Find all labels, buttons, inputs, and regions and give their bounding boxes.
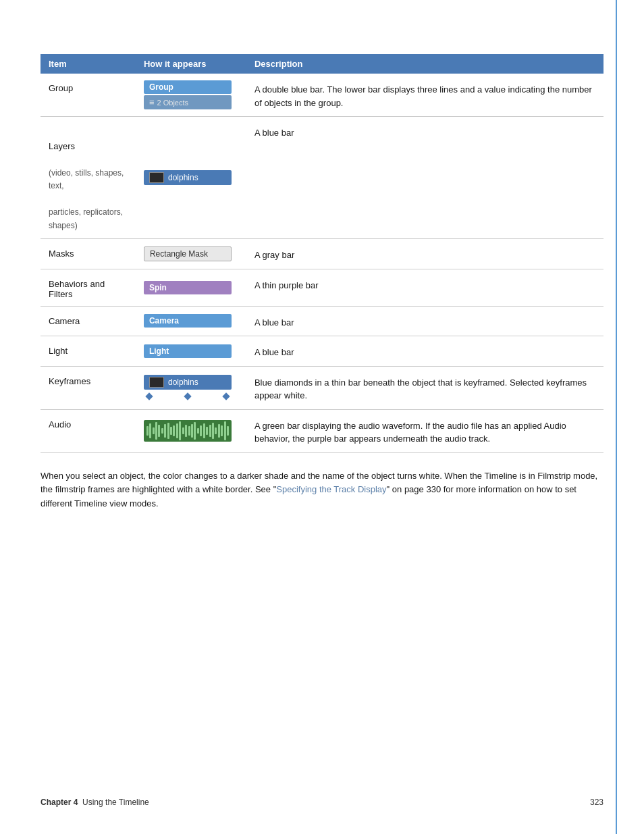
body-paragraph: When you select an object, the color cha… [41, 469, 603, 511]
wave-bar [176, 423, 178, 438]
chapter-label: Chapter 4 [41, 798, 78, 807]
description-cell: A double blue bar. The lower bar display… [246, 74, 603, 117]
mask-bar: Rectangle Mask [144, 246, 232, 261]
layer-thumb [149, 172, 164, 183]
wave-bar [179, 421, 181, 440]
diamond-icon [184, 392, 191, 400]
wave-bar [194, 422, 196, 440]
wave-bar [197, 428, 199, 434]
table-row: Keyframes dolphins Blue di [41, 366, 603, 409]
item-cell: Camera [41, 306, 136, 336]
wave-bar [161, 428, 163, 434]
wave-bar [146, 426, 149, 436]
visual-cell: Rectangle Mask [136, 239, 246, 269]
description-cell: A blue bar [246, 336, 603, 367]
wave-bar [200, 425, 202, 436]
table-row: Layers (video, stills, shapes, text, par… [41, 117, 603, 239]
item-cell: Layers (video, stills, shapes, text, par… [41, 117, 136, 239]
chapter-title: Using the Timeline [82, 798, 149, 807]
table-row: Camera Camera A blue bar [41, 306, 603, 336]
table-row: Audio [41, 409, 603, 452]
visual-cell: dolphins [136, 366, 246, 409]
wave-bar [188, 426, 190, 436]
wave-bar [182, 427, 184, 434]
item-cell: Masks [41, 239, 136, 269]
item-cell: Audio [41, 409, 136, 452]
page-footer: Chapter 4 Using the Timeline 323 [41, 798, 603, 807]
table-row: Light Light A blue bar [41, 336, 603, 367]
item-cell: Group [41, 74, 136, 117]
wave-bar [209, 425, 211, 437]
table-row: Behaviors and Filters Spin A thin purple… [41, 269, 603, 306]
wave-bar [158, 425, 160, 437]
right-border-line [616, 0, 617, 834]
camera-bar: Camera [144, 314, 232, 328]
behavior-bar: Spin [144, 281, 232, 294]
table-row: Masks Rectangle Mask A gray bar [41, 239, 603, 269]
wave-bar [221, 425, 223, 436]
main-table: Item How it appears Description Group Gr… [41, 54, 603, 453]
wave-bar [218, 424, 220, 438]
description-cell: A green bar displaying the audio wavefor… [246, 409, 603, 452]
wave-bar [173, 425, 175, 436]
description-cell: A blue bar [246, 117, 603, 239]
wave-bar [155, 422, 157, 440]
group-bottom-bar: 2 Objects [144, 95, 232, 109]
col-header-item: Item [41, 54, 136, 74]
specifying-track-display-link[interactable]: Specifying the Track Display [276, 484, 386, 494]
visual-cell: Group 2 Objects [136, 74, 246, 117]
keyframe-bar: dolphins [144, 375, 232, 390]
keyframes-visual: dolphins [144, 375, 232, 400]
description-cell: A gray bar [246, 239, 603, 269]
wave-bar [164, 424, 166, 438]
group-top-bar: Group [144, 80, 232, 94]
page-number: 323 [590, 798, 603, 807]
page-container: Item How it appears Description Group Gr… [0, 0, 644, 834]
visual-cell: Light [136, 336, 246, 367]
diamond-icon [222, 392, 230, 400]
visual-cell [136, 409, 246, 452]
col-header-appears: How it appears [136, 54, 246, 74]
wave-bar [167, 423, 169, 439]
col-header-description: Description [246, 54, 603, 74]
keyframe-diamonds-row [144, 392, 232, 400]
layer-bar: dolphins [144, 170, 232, 185]
description-cell: A blue bar [246, 306, 603, 336]
wave-bar [185, 425, 187, 437]
wave-bar [212, 423, 214, 439]
audio-bar [144, 420, 232, 442]
item-cell: Behaviors and Filters [41, 269, 136, 306]
wave-bar [153, 427, 155, 434]
visual-cell: Spin [136, 269, 246, 306]
group-visual: Group 2 Objects [144, 80, 238, 109]
description-cell: A thin purple bar [246, 269, 603, 306]
wave-bar [203, 423, 205, 438]
visual-cell: dolphins [136, 117, 246, 239]
diamond-icon [145, 392, 153, 400]
wave-bar [170, 427, 172, 435]
wave-bar [227, 426, 229, 436]
keyframe-thumb [149, 377, 164, 388]
item-cell: Light [41, 336, 136, 367]
wave-bar [224, 421, 226, 440]
layer-label: dolphins [168, 173, 198, 182]
description-cell: Blue diamonds in a thin bar beneath the … [246, 366, 603, 409]
item-cell: Keyframes [41, 366, 136, 409]
wave-bar [191, 424, 193, 438]
wave-bar [149, 423, 151, 438]
visual-cell: Camera [136, 306, 246, 336]
table-row: Group Group 2 Objects A double blue bar.… [41, 74, 603, 117]
audio-waveform [144, 420, 232, 442]
light-bar: Light [144, 344, 232, 358]
wave-bar [206, 427, 208, 435]
wave-bar [215, 427, 217, 434]
keyframe-label: dolphins [168, 377, 198, 387]
footer-left: Chapter 4 Using the Timeline [41, 798, 149, 807]
